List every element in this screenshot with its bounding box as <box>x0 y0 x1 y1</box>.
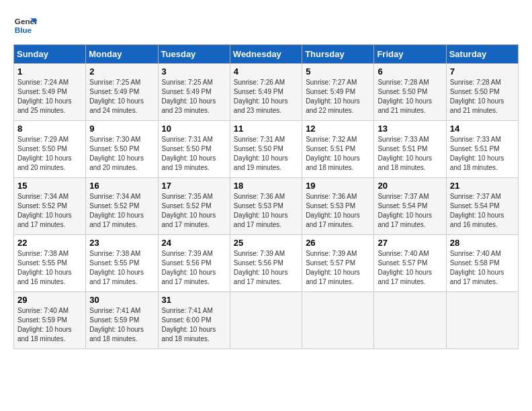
weekday-header: Tuesday <box>158 45 230 64</box>
day-number: 8 <box>17 124 82 134</box>
day-info: Sunrise: 7:40 AMSunset: 5:57 PMDaylight:… <box>378 250 432 285</box>
calendar-cell: 18 Sunrise: 7:36 AMSunset: 5:53 PMDaylig… <box>230 178 302 235</box>
day-info: Sunrise: 7:28 AMSunset: 5:50 PMDaylight:… <box>378 79 432 114</box>
day-number: 2 <box>89 66 154 77</box>
calendar-cell: 4 Sunrise: 7:26 AMSunset: 5:49 PMDayligh… <box>230 64 302 121</box>
weekday-header: Sunday <box>14 45 86 64</box>
calendar-cell: 24 Sunrise: 7:39 AMSunset: 5:56 PMDaylig… <box>158 235 230 292</box>
calendar-row: 1 Sunrise: 7:24 AMSunset: 5:49 PMDayligh… <box>14 64 519 121</box>
calendar-table: SundayMondayTuesdayWednesdayThursdayFrid… <box>13 44 519 349</box>
calendar-cell: 12 Sunrise: 7:32 AMSunset: 5:51 PMDaylig… <box>302 121 374 178</box>
weekday-header: Monday <box>86 45 158 64</box>
calendar-row: 8 Sunrise: 7:29 AMSunset: 5:50 PMDayligh… <box>14 121 519 178</box>
calendar-cell: 13 Sunrise: 7:33 AMSunset: 5:51 PMDaylig… <box>374 121 446 178</box>
calendar-cell: 19 Sunrise: 7:36 AMSunset: 5:53 PMDaylig… <box>302 178 374 235</box>
day-info: Sunrise: 7:33 AMSunset: 5:51 PMDaylight:… <box>378 136 432 171</box>
day-number: 27 <box>378 238 442 248</box>
day-number: 20 <box>378 181 442 191</box>
day-info: Sunrise: 7:25 AMSunset: 5:49 PMDaylight:… <box>162 79 216 114</box>
day-info: Sunrise: 7:40 AMSunset: 5:59 PMDaylight:… <box>17 307 72 342</box>
day-info: Sunrise: 7:24 AMSunset: 5:49 PMDaylight:… <box>17 79 72 114</box>
day-number: 31 <box>162 295 226 305</box>
day-number: 7 <box>450 66 515 77</box>
weekday-header: Wednesday <box>230 45 302 64</box>
day-number: 12 <box>306 124 370 134</box>
svg-text:Blue: Blue <box>15 26 32 34</box>
day-info: Sunrise: 7:31 AMSunset: 5:50 PMDaylight:… <box>162 136 216 171</box>
day-info: Sunrise: 7:41 AMSunset: 5:59 PMDaylight:… <box>89 307 144 342</box>
day-info: Sunrise: 7:39 AMSunset: 5:56 PMDaylight:… <box>162 250 216 285</box>
calendar-cell: 15 Sunrise: 7:34 AMSunset: 5:52 PMDaylig… <box>14 178 86 235</box>
calendar-cell: 27 Sunrise: 7:40 AMSunset: 5:57 PMDaylig… <box>374 235 446 292</box>
day-number: 1 <box>17 66 82 77</box>
calendar-cell: 3 Sunrise: 7:25 AMSunset: 5:49 PMDayligh… <box>158 64 230 121</box>
day-number: 5 <box>306 66 370 77</box>
day-info: Sunrise: 7:38 AMSunset: 5:55 PMDaylight:… <box>17 250 72 285</box>
header: General Blue <box>13 13 519 38</box>
day-info: Sunrise: 7:41 AMSunset: 6:00 PMDaylight:… <box>162 307 216 342</box>
calendar-cell: 6 Sunrise: 7:28 AMSunset: 5:50 PMDayligh… <box>374 64 446 121</box>
day-info: Sunrise: 7:33 AMSunset: 5:51 PMDaylight:… <box>450 136 504 171</box>
calendar-cell: 29 Sunrise: 7:40 AMSunset: 5:59 PMDaylig… <box>14 292 86 349</box>
day-number: 26 <box>306 238 370 248</box>
calendar-cell: 11 Sunrise: 7:31 AMSunset: 5:50 PMDaylig… <box>230 121 302 178</box>
day-info: Sunrise: 7:34 AMSunset: 5:52 PMDaylight:… <box>89 193 144 228</box>
calendar-cell: 20 Sunrise: 7:37 AMSunset: 5:54 PMDaylig… <box>374 178 446 235</box>
calendar-cell: 8 Sunrise: 7:29 AMSunset: 5:50 PMDayligh… <box>14 121 86 178</box>
calendar-cell: 7 Sunrise: 7:28 AMSunset: 5:50 PMDayligh… <box>446 64 518 121</box>
day-info: Sunrise: 7:37 AMSunset: 5:54 PMDaylight:… <box>450 193 504 228</box>
day-info: Sunrise: 7:28 AMSunset: 5:50 PMDaylight:… <box>450 79 504 114</box>
day-info: Sunrise: 7:25 AMSunset: 5:49 PMDaylight:… <box>89 79 144 114</box>
day-info: Sunrise: 7:26 AMSunset: 5:49 PMDaylight:… <box>234 79 288 114</box>
calendar-cell: 28 Sunrise: 7:40 AMSunset: 5:58 PMDaylig… <box>446 235 518 292</box>
calendar-cell: 23 Sunrise: 7:38 AMSunset: 5:55 PMDaylig… <box>86 235 158 292</box>
day-info: Sunrise: 7:34 AMSunset: 5:52 PMDaylight:… <box>17 193 72 228</box>
day-number: 17 <box>162 181 226 191</box>
day-number: 16 <box>89 181 154 191</box>
day-number: 28 <box>450 238 515 248</box>
calendar-cell: 2 Sunrise: 7:25 AMSunset: 5:49 PMDayligh… <box>86 64 158 121</box>
day-info: Sunrise: 7:35 AMSunset: 5:52 PMDaylight:… <box>162 193 216 228</box>
day-info: Sunrise: 7:37 AMSunset: 5:54 PMDaylight:… <box>378 193 432 228</box>
calendar-cell: 22 Sunrise: 7:38 AMSunset: 5:55 PMDaylig… <box>14 235 86 292</box>
calendar-cell: 16 Sunrise: 7:34 AMSunset: 5:52 PMDaylig… <box>86 178 158 235</box>
day-number: 30 <box>89 295 154 305</box>
day-info: Sunrise: 7:39 AMSunset: 5:56 PMDaylight:… <box>234 250 288 285</box>
day-info: Sunrise: 7:40 AMSunset: 5:58 PMDaylight:… <box>450 250 504 285</box>
logo-icon: General Blue <box>13 13 38 38</box>
calendar-cell: 26 Sunrise: 7:39 AMSunset: 5:57 PMDaylig… <box>302 235 374 292</box>
calendar-cell: 5 Sunrise: 7:27 AMSunset: 5:49 PMDayligh… <box>302 64 374 121</box>
calendar-row: 29 Sunrise: 7:40 AMSunset: 5:59 PMDaylig… <box>14 292 519 349</box>
day-number: 21 <box>450 181 515 191</box>
day-info: Sunrise: 7:39 AMSunset: 5:57 PMDaylight:… <box>306 250 360 285</box>
day-info: Sunrise: 7:27 AMSunset: 5:49 PMDaylight:… <box>306 79 360 114</box>
day-number: 13 <box>378 124 442 134</box>
weekday-header: Thursday <box>302 45 374 64</box>
day-number: 24 <box>162 238 226 248</box>
day-number: 10 <box>162 124 226 134</box>
day-number: 25 <box>234 238 298 248</box>
day-info: Sunrise: 7:38 AMSunset: 5:55 PMDaylight:… <box>89 250 144 285</box>
calendar-header: SundayMondayTuesdayWednesdayThursdayFrid… <box>14 45 519 64</box>
calendar-cell: 21 Sunrise: 7:37 AMSunset: 5:54 PMDaylig… <box>446 178 518 235</box>
logo: General Blue <box>13 13 38 38</box>
day-number: 9 <box>89 124 154 134</box>
calendar-cell: 10 Sunrise: 7:31 AMSunset: 5:50 PMDaylig… <box>158 121 230 178</box>
calendar-body: 1 Sunrise: 7:24 AMSunset: 5:49 PMDayligh… <box>14 64 519 349</box>
weekday-header: Friday <box>374 45 446 64</box>
day-number: 14 <box>450 124 515 134</box>
calendar-cell: 31 Sunrise: 7:41 AMSunset: 6:00 PMDaylig… <box>158 292 230 349</box>
weekday-header: Saturday <box>446 45 518 64</box>
day-number: 19 <box>306 181 370 191</box>
calendar-cell: 25 Sunrise: 7:39 AMSunset: 5:56 PMDaylig… <box>230 235 302 292</box>
day-info: Sunrise: 7:30 AMSunset: 5:50 PMDaylight:… <box>89 136 144 171</box>
calendar-cell <box>302 292 374 349</box>
day-info: Sunrise: 7:29 AMSunset: 5:50 PMDaylight:… <box>17 136 72 171</box>
calendar-cell: 17 Sunrise: 7:35 AMSunset: 5:52 PMDaylig… <box>158 178 230 235</box>
calendar-cell: 1 Sunrise: 7:24 AMSunset: 5:49 PMDayligh… <box>14 64 86 121</box>
day-number: 23 <box>89 238 154 248</box>
calendar-cell <box>374 292 446 349</box>
day-info: Sunrise: 7:31 AMSunset: 5:50 PMDaylight:… <box>234 136 288 171</box>
day-info: Sunrise: 7:36 AMSunset: 5:53 PMDaylight:… <box>234 193 288 228</box>
day-info: Sunrise: 7:32 AMSunset: 5:51 PMDaylight:… <box>306 136 360 171</box>
